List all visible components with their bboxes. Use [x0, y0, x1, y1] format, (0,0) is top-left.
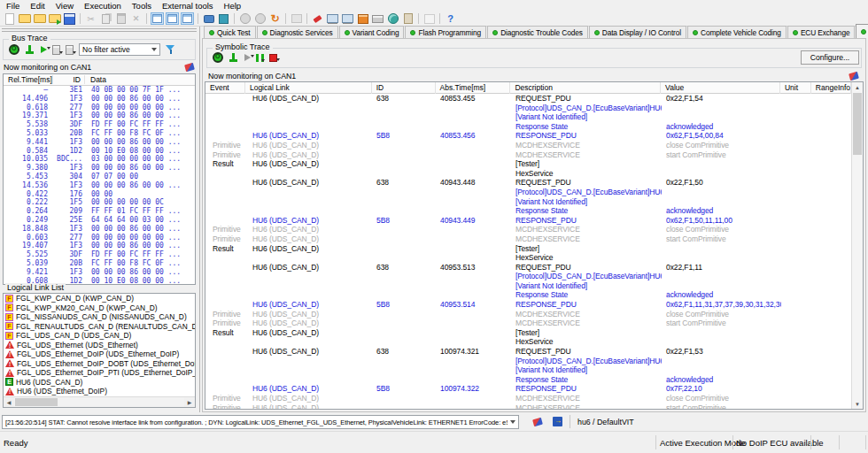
clear-status-icon[interactable] [532, 418, 543, 426]
table-row[interactable]: ResultHU6 (UDS_CAN_D)[Tester] [205, 159, 851, 169]
vertical-scrollbar[interactable]: ▲ ▼ [851, 82, 863, 409]
status-message-combo[interactable]: [21:56:20:514] STAT: Cannot resolve inte… [2, 415, 519, 429]
table-row[interactable]: HU6 (UDS_CAN_D)5B840953.514RESPONSE_PDU0… [205, 300, 851, 310]
list-item[interactable]: FFGL_NISSANUDS_CAN_D (NISSANUDS_CAN_D) [4, 312, 195, 322]
col-id[interactable]: ID [53, 75, 85, 84]
table-row[interactable]: 14.4961F300 00 00 86 00 00 ... [4, 95, 195, 104]
reload-icon[interactable] [268, 12, 282, 25]
col-data[interactable]: Data [85, 75, 195, 84]
table-row[interactable]: PrimitiveHU6 (UDS_CAN_D)MCDHEXSERVICEsta… [205, 319, 851, 328]
table-row[interactable]: HexService [205, 169, 851, 179]
table-row[interactable]: 5.03320BFC FF 00 F8 FC 0F ... [4, 129, 195, 138]
list-item[interactable]: FFGL_KWP_CAN_D (KWP_CAN_D) [4, 294, 195, 303]
clear-trace-icon[interactable] [849, 71, 859, 80]
cut-icon[interactable] [84, 12, 97, 25]
table-row[interactable]: 0.24925E64 64 64 00 03 00 ... [4, 216, 195, 225]
table-row[interactable]: 5.45330407 07 00 00 [4, 173, 195, 181]
col-id[interactable]: ID [372, 82, 436, 94]
table-row[interactable]: 19.4071F300 00 00 86 00 00 ... [4, 242, 195, 250]
tab-symbolic-trace[interactable]: Symbolic Trace [856, 24, 868, 38]
tab-quick-test[interactable]: Quick Test [204, 26, 256, 38]
connect-icon[interactable] [202, 12, 215, 25]
play-icon[interactable] [244, 54, 251, 61]
list-item[interactable]: FGL_UDS_Ethernet_DoIP_PTI (UDS_Ethernet_… [4, 368, 195, 378]
table-row[interactable]: [Variant Not Identified] [205, 112, 851, 122]
undo-icon[interactable] [290, 12, 303, 25]
table-row[interactable]: Response Stateacknowledged [205, 375, 851, 385]
col-logical-link[interactable]: Logical Link [245, 82, 372, 94]
filter-icon[interactable] [166, 44, 176, 55]
table-row[interactable]: 0.42217600 00 [4, 190, 195, 199]
table-row[interactable]: 0.264209FF FF 01 FC FF FF ... [4, 207, 195, 216]
connect-icon[interactable] [25, 44, 35, 55]
table-row[interactable]: HU6 (UDS_CAN_D)5B8100974.322RESPONSE_PDU… [205, 384, 851, 394]
configure-button[interactable]: Configure... [801, 50, 859, 65]
window-layout-3-icon[interactable] [181, 12, 194, 25]
table-row[interactable]: HexService [205, 253, 851, 263]
pause-icon[interactable] [256, 54, 264, 62]
col-rel-time[interactable]: Rel.Time[ms] [4, 75, 53, 84]
remote-desktop-icon[interactable] [341, 12, 354, 25]
step-icon[interactable] [253, 12, 267, 25]
scrollbar-thumb[interactable] [15, 398, 58, 406]
scrollbar-thumb[interactable] [853, 93, 862, 155]
menu-execution[interactable]: Execution [79, 0, 127, 12]
filter-select[interactable]: No filter active [79, 43, 160, 56]
clear-trace-icon[interactable] [184, 62, 195, 71]
printer-icon[interactable] [371, 12, 384, 25]
table-row[interactable]: 5.03920BFC FF 00 F8 FC 0F ... [4, 259, 195, 268]
menu-file[interactable]: File [1, 0, 25, 12]
table-row[interactable]: [Protocol]UDS_CAN_D.[EcuBaseVariant]HU6 [205, 357, 851, 366]
window-layout-1-icon[interactable] [151, 12, 164, 25]
table-row[interactable]: HU6 (UDS_CAN_D)63840943.448REQUEST_PDU0x… [205, 178, 851, 188]
table-row[interactable]: PrimitiveHU6 (UDS_CAN_D)MCDHEXSERVICEsta… [205, 403, 851, 409]
table-row[interactable]: [Protocol]UDS_CAN_D.[EcuBaseVariant]HU6 [205, 272, 851, 281]
col-rangeinfo[interactable]: RangeInfo [811, 82, 851, 94]
table-row[interactable]: 19.3711F300 00 00 86 00 00 ... [4, 111, 195, 120]
clipboard-icon[interactable] [401, 12, 415, 25]
open-run-icon[interactable] [48, 12, 61, 25]
connect-icon[interactable] [229, 52, 239, 63]
col-abs-time[interactable]: Abs.Time[ms] [436, 82, 511, 94]
help-icon[interactable] [444, 12, 457, 25]
table-row[interactable]: PrimitiveHU6 (UDS_CAN_D)MCDHEXSERVICEclo… [205, 394, 851, 403]
delete-icon[interactable] [129, 12, 143, 25]
scroll-up-icon[interactable]: ▲ [852, 82, 863, 92]
list-item[interactable]: HU6 (UDS_Ethernet_DoIP) [4, 387, 195, 396]
scroll-left-icon[interactable]: ◀ [4, 397, 14, 407]
table-row[interactable]: PrimitiveHU6 (UDS_CAN_D)MCDHEXSERVICEclo… [205, 141, 851, 150]
menu-tools[interactable]: Tools [127, 0, 157, 12]
col-unit[interactable]: Unit [780, 82, 811, 94]
power-icon[interactable] [9, 44, 19, 55]
table-row[interactable]: 0.60327700 00 00 00 00 00 ... [4, 234, 195, 242]
ecu-icon[interactable] [356, 12, 369, 25]
tab-complete-vehicle-coding[interactable]: Complete Vehicle Coding [687, 26, 787, 38]
globe-icon[interactable] [386, 12, 399, 25]
symbolic-trace-header[interactable]: Event Logical Link ID Abs.Time[ms] Descr… [205, 82, 851, 94]
list-item[interactable]: FGL_UDS_Ethernet_DoIP (UDS_Ethernet_DoIP… [4, 349, 195, 359]
bus-trace-header[interactable]: Rel.Time[ms] ID Data [4, 74, 195, 86]
tab-diagnostic-trouble-codes[interactable]: Diagnostic Trouble Codes [487, 26, 588, 38]
table-row[interactable]: 9.3801F300 00 00 86 00 00 ... [4, 164, 195, 173]
table-row[interactable]: PrimitiveHU6 (UDS_CAN_D)MCDHEXSERVICEclo… [205, 225, 851, 234]
table-row[interactable]: HU6 (UDS_CAN_D)63840953.513REQUEST_PDU0x… [205, 263, 851, 273]
play-icon[interactable] [41, 46, 47, 53]
table-row[interactable]: PrimitiveHU6 (UDS_CAN_D)MCDHEXSERVICEsta… [205, 234, 851, 244]
log-sheet-icon[interactable] [52, 45, 60, 55]
table-row[interactable]: 0.61827700 00 00 00 00 00 ... [4, 104, 195, 112]
table-row[interactable]: [Variant Not Identified] [205, 281, 851, 291]
table-row[interactable]: HexService [205, 337, 851, 347]
open-folder-icon[interactable] [33, 12, 46, 25]
save-icon[interactable] [63, 12, 76, 25]
list-item[interactable]: FFGL_RENAULTUDS_CAN_D (RENAULTUDS_CAN_D) [4, 322, 195, 332]
tab-variant-coding[interactable]: Variant Coding [339, 26, 405, 38]
record-icon[interactable] [238, 12, 252, 25]
table-row[interactable]: –3E140 0B 00 00 7F 1F ... [4, 86, 195, 95]
list-item[interactable]: FFGL_KWP_KM20_CAN_D (KWP_CAN_D) [4, 303, 195, 313]
table-row[interactable]: PrimitiveHU6 (UDS_CAN_D)MCDHEXSERVICEclo… [205, 310, 851, 319]
menu-view[interactable]: View [50, 0, 79, 12]
frame-icon[interactable] [422, 12, 436, 25]
copy-icon[interactable] [99, 12, 112, 25]
table-row[interactable]: HU6 (UDS_CAN_D)5B840943.449RESPONSE_PDU0… [205, 216, 851, 226]
exit-icon[interactable] [553, 417, 562, 426]
